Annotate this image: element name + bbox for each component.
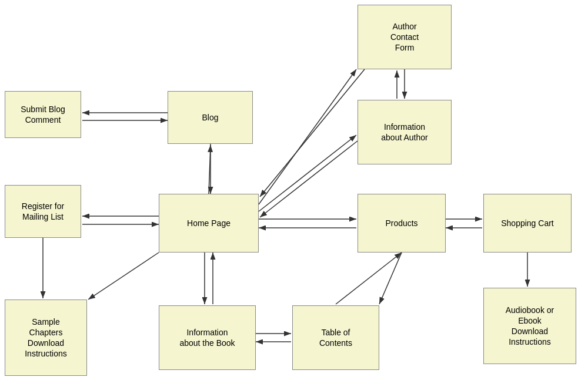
arrow-contact-to-home — [260, 69, 365, 197]
arrow-toc-to-products — [336, 253, 402, 304]
label-blog: Blog — [202, 112, 218, 123]
node-blog: Blog — [168, 91, 253, 144]
arrow-home-to-contact — [259, 69, 356, 204]
label-author-contact-form: Author Contact Form — [390, 21, 419, 53]
arrow-home-to-sample — [88, 253, 159, 299]
node-sample-chapters: Sample Chapters Download Instructions — [5, 299, 87, 376]
node-products: Products — [358, 194, 446, 253]
arrow-products-to-toc — [379, 253, 402, 304]
node-home-page: Home Page — [159, 194, 259, 253]
label-shopping-cart: Shopping Cart — [501, 218, 554, 228]
node-author-contact-form: Author Contact Form — [358, 5, 452, 69]
label-register-mailing-list: Register for Mailing List — [22, 201, 64, 222]
diagram-container: Author Contact Form Information about Au… — [0, 0, 588, 387]
arrow-home-to-info-author-1 — [259, 135, 356, 211]
node-submit-blog-comment: Submit Blog Comment — [5, 91, 81, 138]
label-info-about-author: Information about Author — [381, 122, 427, 143]
node-register-mailing-list: Register for Mailing List — [5, 185, 81, 238]
label-table-of-contents: Table of Contents — [319, 327, 352, 348]
node-table-of-contents: Table of Contents — [292, 305, 379, 370]
label-home-page: Home Page — [187, 218, 230, 228]
label-products: Products — [385, 218, 417, 228]
node-shopping-cart: Shopping Cart — [483, 194, 572, 253]
node-info-about-book: Information about the Book — [159, 305, 256, 370]
label-info-about-book: Information about the Book — [179, 327, 235, 348]
label-submit-blog-comment: Submit Blog Comment — [21, 104, 65, 125]
arrow-info-author-to-home — [260, 141, 358, 217]
label-audiobook-ebook: Audiobook or Ebook Download Instructions — [506, 305, 554, 348]
node-info-about-author: Information about Author — [358, 100, 452, 164]
node-audiobook-ebook: Audiobook or Ebook Download Instructions — [483, 288, 576, 364]
label-sample-chapters: Sample Chapters Download Instructions — [25, 317, 67, 359]
arrow-home-to-blog-up — [209, 145, 211, 194]
